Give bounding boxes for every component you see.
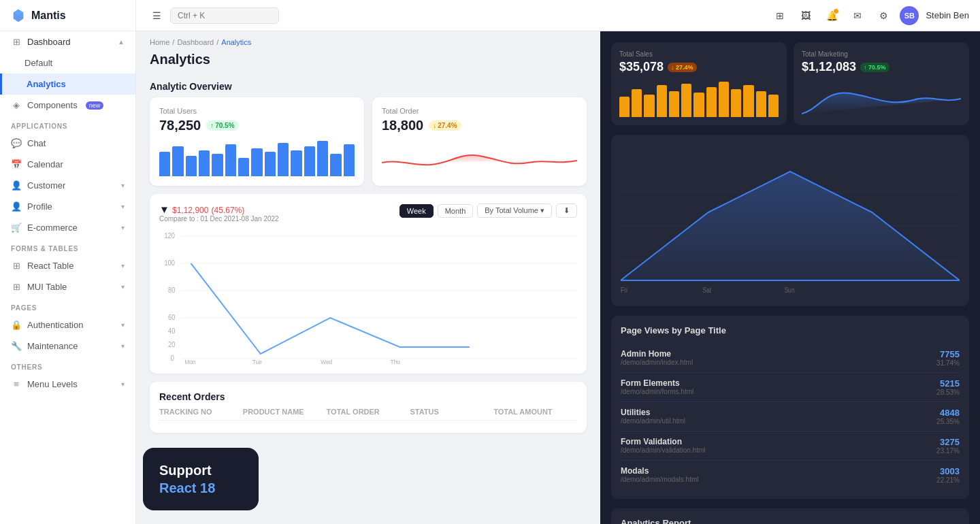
svg-text:0: 0 <box>171 355 174 362</box>
sidebar-item-chat[interactable]: 💬 Chat <box>0 133 135 154</box>
total-order-value: 18,800 ↓ 27.4% <box>382 118 577 133</box>
svg-text:20: 20 <box>168 341 175 348</box>
page-title: Analytics <box>136 49 600 74</box>
search-input[interactable] <box>170 7 279 24</box>
pv-row-2: Utilities /demo/admin/util.html 4848 25.… <box>621 402 960 431</box>
sidebar-item-authentication[interactable]: 🔒 Authentication ▾ <box>0 314 135 335</box>
sidebar-item-menu-levels[interactable]: ≡ Menu Levels ▾ <box>0 374 135 395</box>
col-product: Product Name <box>243 408 327 416</box>
section-label-forms: Forms & Tables <box>0 238 135 255</box>
sidebar: Mantis ⊞ Dashboard ▲ Default Analytics ◈… <box>0 0 136 524</box>
sidebar-item-mui-table[interactable]: ⊞ MUI Table ▾ <box>0 276 135 297</box>
section-analytic-overview: Analytic Overview <box>136 74 600 97</box>
menu-icon: ≡ <box>11 379 22 389</box>
support-popup-line2: React 18 <box>159 479 242 497</box>
section-label-pages: Pages <box>0 297 135 314</box>
volume-button[interactable]: By Total Volume ▾ <box>477 203 552 218</box>
customer-icon: 👤 <box>11 180 22 191</box>
pv-row-3: Form Validation /demo/admin/validation.h… <box>621 431 960 461</box>
stat-card-users: Total Users 78,250 ↑ 70.5% <box>150 97 364 186</box>
dashboard-icon: ⊞ <box>11 37 22 47</box>
order-change-badge: ↓ 27.4% <box>429 120 461 131</box>
auth-icon: 🔒 <box>11 320 22 330</box>
mail-icon[interactable]: ✉ <box>848 6 867 25</box>
sidebar-item-customer[interactable]: 👤 Customer ▾ <box>0 175 135 196</box>
stat-card-order: Total Order 18,800 ↓ 27.4% <box>372 97 587 186</box>
svg-text:Sun: Sun <box>784 286 794 294</box>
avatar[interactable]: SB <box>900 6 919 25</box>
svg-text:80: 80 <box>168 286 175 294</box>
total-marketing-label: Total Marketing <box>802 50 961 58</box>
sidebar-item-maintenance[interactable]: 🔧 Maintenance ▾ <box>0 335 135 357</box>
logo-icon <box>11 8 26 23</box>
total-sales-value: $35,078 ↓ 27.4% <box>619 60 779 74</box>
breadcrumb-current: Analytics <box>221 38 251 46</box>
svg-text:40: 40 <box>168 327 175 335</box>
pv-name-4: Modals <box>621 466 699 476</box>
recent-orders-title: Recent Orders <box>159 391 577 408</box>
total-sales-label: Total Sales <box>619 50 779 58</box>
section-label-applications: Applications <box>0 116 135 133</box>
ecommerce-icon: 🛒 <box>11 223 22 233</box>
sidebar-item-ecommerce[interactable]: 🛒 E-commerce ▾ <box>0 217 135 238</box>
react-table-icon: ⊞ <box>11 261 22 271</box>
pv-row-1: Form Elements /demo/admin/forms.html 521… <box>621 373 960 402</box>
username-label: Stebin Ben <box>926 10 969 20</box>
image-icon[interactable]: 🖼 <box>796 6 815 25</box>
col-total-order: Total Order <box>327 408 410 416</box>
page-views-title: Page Views by Page Title <box>621 325 960 335</box>
svg-text:Sat: Sat <box>702 286 711 294</box>
sidebar-item-dashboard[interactable]: ⊞ Dashboard ▲ <box>0 31 135 52</box>
pv-url-1: /demo/admin/forms.html <box>621 388 693 395</box>
week-button[interactable]: Week <box>399 204 434 218</box>
download-button[interactable]: ⬇ <box>556 203 577 218</box>
pv-row-0: Admin Home /demo/admin/index.html 7755 3… <box>621 344 960 373</box>
pv-pct-4: 22.21% <box>936 476 960 484</box>
sidebar-item-components[interactable]: ◈ Components new <box>0 95 135 116</box>
settings-icon[interactable]: ⚙ <box>874 6 893 25</box>
income-line-chart: 120 100 80 60 40 20 0 <box>159 228 577 364</box>
right-panel: Total Sales $35,078 ↓ 27.4% <box>600 31 980 524</box>
chevron-down-icon: ▾ <box>121 380 125 388</box>
grid-icon[interactable]: ⊞ <box>770 6 789 25</box>
profile-icon: 👤 <box>11 201 22 212</box>
total-users-label: Total Users <box>159 107 355 115</box>
sidebar-item-react-table[interactable]: ⊞ React Table ▾ <box>0 255 135 276</box>
sidebar-item-default[interactable]: Default <box>0 52 135 73</box>
mui-table-icon: ⊞ <box>11 282 22 292</box>
income-compare: Compare to : 01 Dec 2021-08 Jan 2022 <box>159 215 279 223</box>
pv-pct-3: 23.17% <box>936 447 960 455</box>
pv-name-3: Form Validation <box>621 437 706 446</box>
page-views-section: Page Views by Page Title Admin Home /dem… <box>611 316 969 499</box>
chevron-down-icon: ▾ <box>121 283 125 291</box>
menu-toggle-button[interactable]: ☰ <box>147 6 166 25</box>
chat-icon: 💬 <box>11 138 22 148</box>
pv-name-2: Utilities <box>621 408 685 417</box>
main-content: ☰ ⊞ 🖼 🔔 ✉ ⚙ SB Stebin Ben Home / Dashboa… <box>136 0 980 524</box>
support-react-popup[interactable]: Support React 18 <box>143 448 259 510</box>
section-label-others: Others <box>0 357 135 374</box>
table-header: Tracking No Product Name Total Order Sta… <box>159 408 577 421</box>
pv-url-0: /demo/admin/index.html <box>621 359 693 366</box>
pv-name-1: Form Elements <box>621 378 693 388</box>
total-users-value: 78,250 ↑ 70.5% <box>159 118 355 133</box>
marketing-badge: ↑ 70.5% <box>860 63 889 72</box>
users-change-badge: ↑ 70.5% <box>206 120 238 131</box>
components-icon: ◈ <box>11 100 22 110</box>
breadcrumb-dashboard[interactable]: Dashboard <box>177 38 214 46</box>
sidebar-item-profile[interactable]: 👤 Profile ▾ <box>0 196 135 217</box>
dark-income-section: Fri Sat Sun <box>611 135 969 306</box>
pv-pct-0: 31.74% <box>936 359 960 367</box>
sales-bar-chart <box>619 80 779 117</box>
sidebar-item-analytics[interactable]: Analytics <box>0 73 135 95</box>
analytics-report-section: Analytics Report <box>611 508 969 524</box>
breadcrumb: Home / Dashboard / Analytics <box>150 38 587 46</box>
chevron-down-icon: ▾ <box>121 224 125 231</box>
month-button[interactable]: Month <box>438 204 474 218</box>
col-tracking: Tracking No <box>159 408 243 416</box>
notification-bell-icon[interactable]: 🔔 <box>822 6 841 25</box>
breadcrumb-home[interactable]: Home <box>150 38 169 46</box>
col-status: Status <box>410 408 493 416</box>
pv-pct-1: 28.53% <box>936 389 960 396</box>
sidebar-item-calendar[interactable]: 📅 Calendar <box>0 154 135 175</box>
